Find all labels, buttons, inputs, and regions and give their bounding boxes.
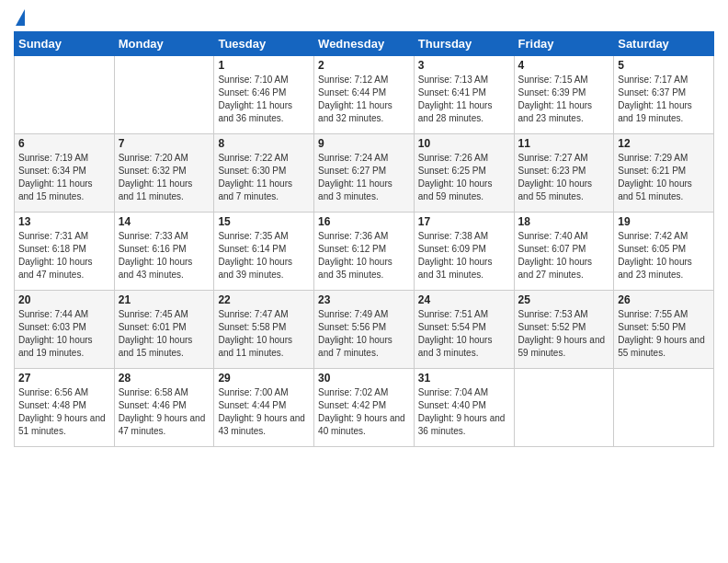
day-number: 30 xyxy=(318,372,410,385)
day-info: Sunrise: 7:04 AMSunset: 4:40 PMDaylight:… xyxy=(418,386,510,438)
day-number: 28 xyxy=(119,372,210,385)
day-info: Sunrise: 7:17 AMSunset: 6:37 PMDaylight:… xyxy=(618,74,710,125)
day-number: 9 xyxy=(318,137,410,150)
calendar-cell: 20Sunrise: 7:44 AMSunset: 6:03 PMDayligh… xyxy=(15,291,115,369)
calendar-cell: 24Sunrise: 7:51 AMSunset: 5:54 PMDayligh… xyxy=(414,291,514,369)
weekday-header-saturday: Saturday xyxy=(614,32,714,56)
day-number: 5 xyxy=(618,59,710,72)
day-number: 17 xyxy=(418,215,510,228)
day-info: Sunrise: 7:36 AMSunset: 6:12 PMDaylight:… xyxy=(318,230,410,282)
day-info: Sunrise: 7:22 AMSunset: 6:30 PMDaylight:… xyxy=(218,152,310,203)
day-info: Sunrise: 7:44 AMSunset: 6:03 PMDaylight:… xyxy=(18,308,110,360)
day-number: 22 xyxy=(218,293,310,306)
calendar-cell: 21Sunrise: 7:45 AMSunset: 6:01 PMDayligh… xyxy=(114,291,214,369)
day-number: 3 xyxy=(418,59,510,72)
week-row-0: 1Sunrise: 7:10 AMSunset: 6:46 PMDaylight… xyxy=(15,56,714,134)
day-number: 12 xyxy=(618,137,710,150)
day-info: Sunrise: 7:51 AMSunset: 5:54 PMDaylight:… xyxy=(418,308,510,360)
day-info: Sunrise: 7:40 AMSunset: 6:07 PMDaylight:… xyxy=(518,230,610,282)
calendar-cell: 26Sunrise: 7:55 AMSunset: 5:50 PMDayligh… xyxy=(614,291,714,369)
calendar-cell: 22Sunrise: 7:47 AMSunset: 5:58 PMDayligh… xyxy=(214,291,314,369)
day-info: Sunrise: 7:38 AMSunset: 6:09 PMDaylight:… xyxy=(418,230,510,282)
day-info: Sunrise: 7:26 AMSunset: 6:25 PMDaylight:… xyxy=(418,152,510,203)
calendar-cell: 10Sunrise: 7:26 AMSunset: 6:25 PMDayligh… xyxy=(414,134,514,213)
day-number: 4 xyxy=(518,59,610,72)
day-number: 16 xyxy=(318,215,410,228)
calendar-cell: 3Sunrise: 7:13 AMSunset: 6:41 PMDaylight… xyxy=(414,56,514,134)
calendar-cell: 16Sunrise: 7:36 AMSunset: 6:12 PMDayligh… xyxy=(314,213,415,291)
day-number: 27 xyxy=(18,372,110,385)
calendar-cell xyxy=(15,56,115,134)
day-number: 26 xyxy=(618,293,710,306)
calendar-cell: 25Sunrise: 7:53 AMSunset: 5:52 PMDayligh… xyxy=(514,291,614,369)
day-number: 15 xyxy=(218,215,310,228)
day-info: Sunrise: 7:15 AMSunset: 6:39 PMDaylight:… xyxy=(518,74,610,125)
day-number: 31 xyxy=(418,372,510,385)
day-info: Sunrise: 7:42 AMSunset: 6:05 PMDaylight:… xyxy=(618,230,710,282)
weekday-header-thursday: Thursday xyxy=(414,32,514,56)
day-number: 8 xyxy=(218,137,310,150)
day-info: Sunrise: 7:10 AMSunset: 6:46 PMDaylight:… xyxy=(218,74,310,125)
page: SundayMondayTuesdayWednesdayThursdayFrid… xyxy=(0,0,728,563)
weekday-header-sunday: Sunday xyxy=(15,32,115,56)
day-number: 25 xyxy=(518,293,610,306)
day-info: Sunrise: 7:13 AMSunset: 6:41 PMDaylight:… xyxy=(418,74,510,125)
calendar-cell xyxy=(614,369,714,447)
week-row-3: 20Sunrise: 7:44 AMSunset: 6:03 PMDayligh… xyxy=(15,291,714,369)
day-number: 29 xyxy=(218,372,310,385)
day-number: 20 xyxy=(18,293,110,306)
calendar-cell: 11Sunrise: 7:27 AMSunset: 6:23 PMDayligh… xyxy=(514,134,614,213)
calendar-cell: 7Sunrise: 7:20 AMSunset: 6:32 PMDaylight… xyxy=(114,134,214,213)
day-info: Sunrise: 7:31 AMSunset: 6:18 PMDaylight:… xyxy=(18,230,110,282)
day-number: 11 xyxy=(518,137,610,150)
header xyxy=(14,9,714,24)
day-info: Sunrise: 7:27 AMSunset: 6:23 PMDaylight:… xyxy=(518,152,610,203)
calendar-cell: 23Sunrise: 7:49 AMSunset: 5:56 PMDayligh… xyxy=(314,291,415,369)
day-info: Sunrise: 7:53 AMSunset: 5:52 PMDaylight:… xyxy=(518,308,610,360)
calendar-cell xyxy=(514,369,614,447)
day-number: 23 xyxy=(318,293,410,306)
day-number: 1 xyxy=(218,59,310,72)
day-info: Sunrise: 7:24 AMSunset: 6:27 PMDaylight:… xyxy=(318,152,410,203)
calendar-cell: 18Sunrise: 7:40 AMSunset: 6:07 PMDayligh… xyxy=(514,213,614,291)
day-info: Sunrise: 7:19 AMSunset: 6:34 PMDaylight:… xyxy=(18,152,110,203)
calendar-cell: 27Sunrise: 6:56 AMSunset: 4:48 PMDayligh… xyxy=(15,369,115,447)
day-info: Sunrise: 7:45 AMSunset: 6:01 PMDaylight:… xyxy=(119,308,210,360)
logo-triangle-icon xyxy=(16,9,25,26)
day-number: 19 xyxy=(618,215,710,228)
calendar-cell: 14Sunrise: 7:33 AMSunset: 6:16 PMDayligh… xyxy=(114,213,214,291)
calendar-cell: 5Sunrise: 7:17 AMSunset: 6:37 PMDaylight… xyxy=(614,56,714,134)
day-number: 7 xyxy=(119,137,210,150)
day-info: Sunrise: 7:47 AMSunset: 5:58 PMDaylight:… xyxy=(218,308,310,360)
calendar-cell: 9Sunrise: 7:24 AMSunset: 6:27 PMDaylight… xyxy=(314,134,415,213)
weekday-header-friday: Friday xyxy=(514,32,614,56)
day-info: Sunrise: 7:20 AMSunset: 6:32 PMDaylight:… xyxy=(119,152,210,203)
calendar-cell: 6Sunrise: 7:19 AMSunset: 6:34 PMDaylight… xyxy=(15,134,115,213)
day-info: Sunrise: 6:58 AMSunset: 4:46 PMDaylight:… xyxy=(119,386,210,438)
calendar-cell: 2Sunrise: 7:12 AMSunset: 6:44 PMDaylight… xyxy=(314,56,415,134)
weekday-header-tuesday: Tuesday xyxy=(214,32,314,56)
calendar-cell: 15Sunrise: 7:35 AMSunset: 6:14 PMDayligh… xyxy=(214,213,314,291)
day-info: Sunrise: 7:55 AMSunset: 5:50 PMDaylight:… xyxy=(618,308,710,360)
day-info: Sunrise: 7:29 AMSunset: 6:21 PMDaylight:… xyxy=(618,152,710,203)
day-info: Sunrise: 6:56 AMSunset: 4:48 PMDaylight:… xyxy=(18,386,110,438)
calendar: SundayMondayTuesdayWednesdayThursdayFrid… xyxy=(14,31,714,447)
day-info: Sunrise: 7:35 AMSunset: 6:14 PMDaylight:… xyxy=(218,230,310,282)
calendar-cell: 12Sunrise: 7:29 AMSunset: 6:21 PMDayligh… xyxy=(614,134,714,213)
calendar-cell xyxy=(114,56,214,134)
calendar-cell: 31Sunrise: 7:04 AMSunset: 4:40 PMDayligh… xyxy=(414,369,514,447)
calendar-cell: 29Sunrise: 7:00 AMSunset: 4:44 PMDayligh… xyxy=(214,369,314,447)
day-info: Sunrise: 7:00 AMSunset: 4:44 PMDaylight:… xyxy=(218,386,310,438)
weekday-header-wednesday: Wednesday xyxy=(314,32,415,56)
day-number: 14 xyxy=(119,215,210,228)
calendar-cell: 1Sunrise: 7:10 AMSunset: 6:46 PMDaylight… xyxy=(214,56,314,134)
day-info: Sunrise: 7:49 AMSunset: 5:56 PMDaylight:… xyxy=(318,308,410,360)
day-number: 6 xyxy=(18,137,110,150)
calendar-cell: 30Sunrise: 7:02 AMSunset: 4:42 PMDayligh… xyxy=(314,369,415,447)
day-number: 2 xyxy=(318,59,410,72)
calendar-cell: 28Sunrise: 6:58 AMSunset: 4:46 PMDayligh… xyxy=(114,369,214,447)
day-number: 21 xyxy=(119,293,210,306)
day-info: Sunrise: 7:02 AMSunset: 4:42 PMDaylight:… xyxy=(318,386,410,438)
day-number: 18 xyxy=(518,215,610,228)
calendar-cell: 13Sunrise: 7:31 AMSunset: 6:18 PMDayligh… xyxy=(15,213,115,291)
